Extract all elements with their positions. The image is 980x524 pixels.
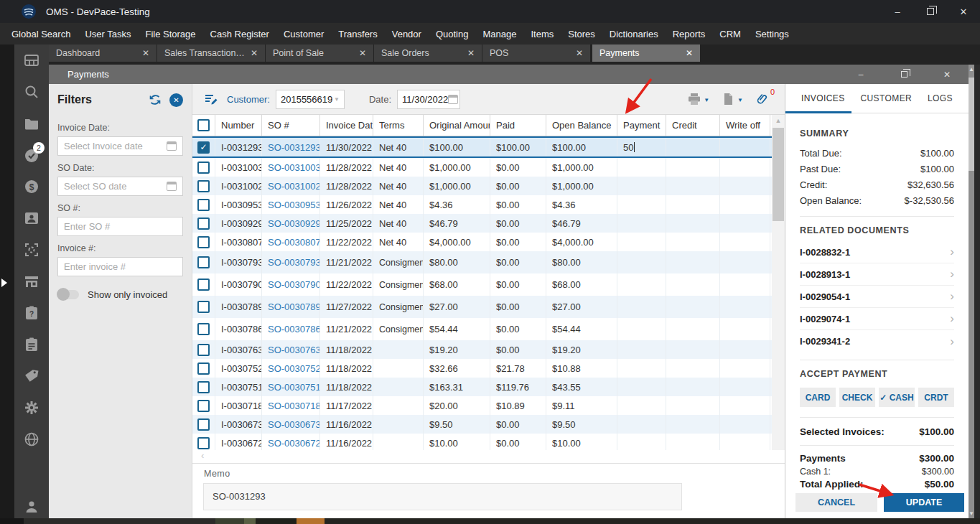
payment-cell[interactable] — [617, 434, 666, 450]
print-button[interactable]: ▼ — [687, 92, 709, 106]
customer-dropdown[interactable]: 2015556619▼ — [276, 90, 345, 109]
sidebar-expand-arrow-icon[interactable] — [1, 279, 7, 287]
table-row[interactable]: I-0030790-DSO-0030790-D11/22/2022Consigm… — [192, 273, 772, 296]
menu-item[interactable]: Global Search — [4, 29, 78, 39]
payment-cell[interactable] — [617, 233, 666, 251]
table-row[interactable]: I-0030673SO-003067311/16/2022$9.50$0.00$… — [192, 415, 772, 434]
table-row[interactable]: I-0030786SO-003078611/21/2022Consigment$… — [192, 318, 772, 340]
row-checkbox[interactable] — [197, 301, 210, 313]
credit-cell[interactable] — [666, 359, 720, 378]
so-link[interactable]: SO-0030752 — [262, 359, 320, 378]
tab-sale-orders[interactable]: Sale Orders✕ — [374, 45, 482, 62]
date-input[interactable]: 11/30/2022 — [397, 90, 460, 109]
menu-item[interactable]: User Tasks — [78, 29, 138, 39]
show-only-invoiced-toggle[interactable] — [57, 290, 79, 299]
writeoff-cell[interactable] — [720, 177, 770, 195]
clear-filters-icon[interactable]: ✕ — [169, 93, 183, 107]
minimize-button[interactable]: – — [881, 0, 914, 23]
so-number-input[interactable]: Enter SO # — [57, 217, 183, 236]
payment-cell[interactable] — [617, 158, 666, 177]
column-header[interactable]: Paid — [490, 115, 546, 136]
related-document-item[interactable]: I-0029074-1› — [800, 308, 954, 330]
payments-close-button[interactable]: ✕ — [925, 65, 969, 84]
row-checkbox[interactable] — [197, 323, 210, 335]
row-checkbox[interactable] — [197, 217, 210, 230]
credit-cell[interactable] — [666, 273, 720, 296]
column-header[interactable]: Credit — [666, 115, 720, 136]
scrollbar-thumb[interactable] — [969, 78, 974, 171]
globe-icon[interactable] — [23, 431, 40, 448]
credit-cell[interactable] — [666, 214, 720, 233]
table-horizontal-scrollbar[interactable]: ‹ — [192, 450, 785, 463]
scroll-up-icon[interactable]: ▲ — [772, 117, 785, 124]
column-header[interactable]: Payment — [617, 115, 666, 136]
table-row[interactable]: ✓I-0031293SO-003129311/30/2022Net 40$100… — [192, 136, 772, 158]
column-header[interactable]: SO # — [262, 115, 320, 136]
writeoff-cell[interactable] — [720, 340, 770, 359]
select-all-checkbox[interactable] — [197, 119, 210, 131]
writeoff-cell[interactable] — [720, 415, 770, 434]
payment-method-cash[interactable]: ✓ CASH — [879, 388, 915, 407]
app-vertical-scrollbar[interactable]: ▲ ▼ — [969, 65, 974, 518]
tasks-check-icon[interactable]: 2 — [23, 146, 40, 164]
table-row[interactable]: I-0030752SO-003075211/18/2022$32.66$21.7… — [192, 359, 772, 378]
invoice-number-input[interactable]: Enter invoice # — [57, 257, 183, 276]
invoice-date-input[interactable]: Select Invoice date — [57, 136, 183, 156]
menu-item[interactable]: Reports — [666, 29, 713, 39]
user-profile-icon[interactable] — [23, 498, 40, 515]
calendar-icon[interactable] — [448, 95, 458, 104]
payment-cell[interactable] — [617, 378, 666, 396]
credit-cell[interactable] — [666, 195, 720, 214]
so-link[interactable]: SO-0030790-D — [262, 273, 320, 296]
scan-transfer-icon[interactable] — [23, 241, 40, 258]
writeoff-cell[interactable] — [720, 214, 770, 233]
row-checkbox[interactable] — [197, 256, 210, 268]
clipboard-question-icon[interactable]: ? — [23, 304, 40, 322]
payments-minimize-button[interactable]: – — [839, 65, 882, 84]
tab-customer[interactable]: CUSTOMER — [860, 93, 912, 103]
writeoff-cell[interactable] — [720, 233, 770, 251]
writeoff-cell[interactable] — [720, 318, 770, 340]
so-link[interactable]: SO-0030953 — [262, 195, 320, 214]
tab-invoices[interactable]: INVOICES — [801, 93, 845, 103]
writeoff-cell[interactable] — [720, 396, 770, 415]
payment-cell[interactable]: 50 — [617, 138, 666, 156]
row-checkbox[interactable]: ✓ — [197, 141, 210, 154]
table-row[interactable]: I-0030953SO-003095311/26/2022Net 40$4.36… — [192, 195, 772, 214]
so-link[interactable]: SO-0030751 — [262, 378, 320, 396]
menu-item[interactable]: Transfers — [331, 29, 384, 39]
customer-card-icon[interactable] — [23, 210, 40, 227]
row-checkbox[interactable] — [197, 381, 210, 393]
menu-item[interactable]: Manage — [475, 29, 523, 39]
table-row[interactable]: I-0030751SO-003075111/18/2022$163.31$119… — [192, 378, 772, 396]
so-link[interactable]: SO-0030672 — [262, 434, 320, 450]
column-header[interactable]: Invoice Date — [320, 115, 373, 136]
payment-cell[interactable] — [617, 340, 666, 359]
menu-item[interactable]: Items — [523, 29, 561, 39]
writeoff-cell[interactable] — [720, 273, 770, 296]
row-checkbox[interactable] — [197, 236, 210, 248]
payment-method-crdt[interactable]: CRDT — [918, 388, 954, 407]
menu-item[interactable]: CRM — [712, 29, 748, 39]
payment-cell[interactable] — [617, 415, 666, 434]
menu-item[interactable]: Settings — [748, 29, 796, 39]
table-row[interactable]: I-0031003-DSO-003100311/28/2022Net 40$1,… — [192, 158, 772, 177]
table-row[interactable]: I-0030793-DSO-0030793-D11/21/2022Consigm… — [192, 251, 772, 273]
update-button[interactable]: UPDATE — [884, 493, 964, 512]
credit-cell[interactable] — [666, 138, 720, 156]
tab-close-icon[interactable]: ✕ — [576, 48, 583, 58]
menu-item[interactable]: Quoting — [429, 29, 476, 39]
payment-cell[interactable] — [617, 251, 666, 273]
tab-close-icon[interactable]: ✕ — [142, 48, 149, 58]
menu-item[interactable]: Stores — [561, 29, 602, 39]
menu-item[interactable]: Vendor — [385, 29, 429, 39]
settings-gear-icon[interactable] — [23, 399, 40, 416]
credit-cell[interactable] — [666, 251, 720, 273]
search-icon[interactable] — [23, 83, 40, 100]
cancel-button[interactable]: CANCEL — [795, 493, 877, 512]
credit-cell[interactable] — [666, 340, 720, 359]
so-link[interactable]: SO-0030673 — [262, 415, 320, 434]
menu-item[interactable]: File Storage — [138, 29, 202, 39]
tab-close-icon[interactable]: ✕ — [686, 48, 693, 58]
table-row[interactable]: I-0030718SO-003071811/17/2022$20.00$10.8… — [192, 396, 772, 415]
